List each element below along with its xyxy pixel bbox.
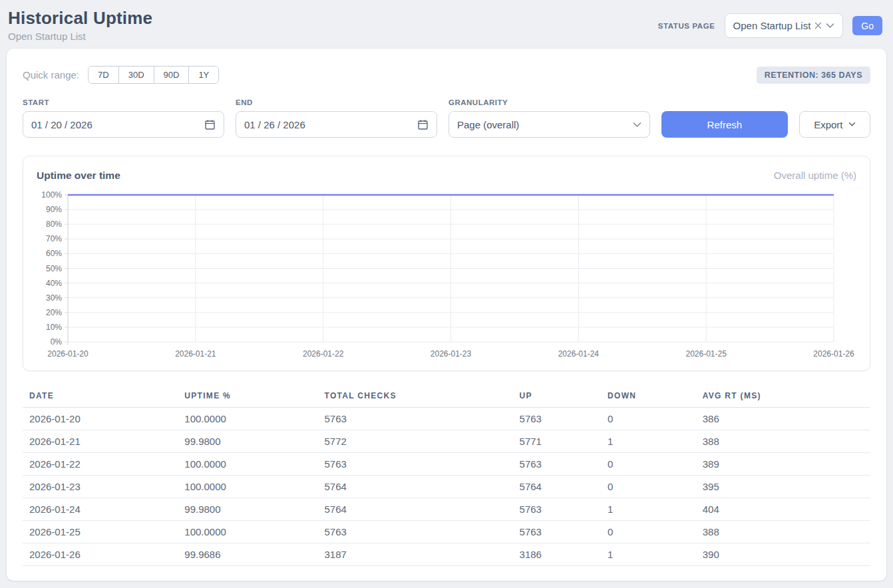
start-date-input[interactable]: 01 / 20 / 2026 [23, 111, 224, 138]
cell-up: 5764 [520, 476, 608, 498]
cell-avg-rt: 388 [703, 430, 870, 453]
granularity-select[interactable]: Page (overall) [448, 111, 650, 138]
chevron-down-icon [633, 122, 641, 128]
start-date-field: START 01 / 20 / 2026 [23, 98, 224, 138]
column-header-up: UP [520, 387, 608, 408]
quick-range-30d[interactable]: 30D [118, 67, 154, 83]
cell-date: 2026-01-23 [23, 476, 184, 498]
granularity-field: GRANULARITY Page (overall) [448, 98, 650, 138]
cell-up: 5763 [520, 408, 608, 430]
cell-down: 0 [608, 408, 703, 430]
svg-text:0%: 0% [51, 337, 63, 347]
status-page-label: STATUS PAGE [658, 22, 715, 30]
svg-text:2026-01-23: 2026-01-23 [431, 349, 472, 359]
chart-title: Uptime over time [37, 170, 120, 182]
go-button[interactable]: Go [852, 16, 882, 35]
cell-total-checks: 5763 [325, 408, 520, 430]
svg-text:50%: 50% [46, 264, 62, 273]
table-row: 2026-01-2699.9686318731861390 [23, 543, 870, 566]
column-header-date: DATE [23, 387, 184, 408]
cell-avg-rt: 389 [703, 453, 870, 476]
chevron-down-icon [848, 122, 856, 127]
quick-range-row: Quick range: 7D 30D 90D 1Y RETENTION: 36… [23, 66, 870, 84]
cell-down: 1 [608, 498, 703, 521]
quick-range-90d[interactable]: 90D [154, 67, 189, 83]
svg-text:10%: 10% [46, 323, 62, 332]
calendar-icon[interactable] [417, 119, 429, 130]
svg-text:70%: 70% [46, 234, 62, 243]
title-block: Historical Uptime Open Startup List [8, 8, 152, 42]
uptime-chart: 0%10%20%30%40%50%60%70%80%90%100%2026-01… [37, 187, 858, 361]
cell-uptime-pct: 100.0000 [184, 476, 324, 498]
table-header: DATE UPTIME % TOTAL CHECKS UP DOWN AVG R… [23, 387, 870, 408]
cell-total-checks: 5764 [325, 476, 520, 498]
cell-uptime-pct: 99.9800 [184, 430, 324, 453]
quick-range-7d[interactable]: 7D [89, 67, 118, 83]
top-header: Historical Uptime Open Startup List STAT… [7, 8, 886, 42]
cell-avg-rt: 386 [703, 408, 870, 430]
cell-down: 1 [608, 430, 703, 453]
cell-date: 2026-01-20 [23, 408, 184, 430]
table-row: 2026-01-2499.9800576457631404 [23, 498, 870, 521]
cell-date: 2026-01-25 [23, 521, 184, 543]
refresh-button[interactable]: Refresh [661, 111, 788, 138]
cell-down: 0 [608, 476, 703, 498]
export-button[interactable]: Export [799, 111, 870, 138]
status-page-select[interactable]: Open Startup List [725, 13, 844, 38]
quick-range-1y[interactable]: 1Y [188, 67, 218, 83]
chevron-down-icon [826, 23, 834, 29]
start-label: START [23, 98, 224, 106]
column-header-total-checks: TOTAL CHECKS [325, 387, 520, 408]
table-row: 2026-01-23100.0000576457640395 [23, 476, 870, 498]
cell-total-checks: 5764 [325, 498, 520, 521]
svg-text:40%: 40% [46, 279, 62, 288]
cell-date: 2026-01-24 [23, 498, 184, 521]
calendar-icon[interactable] [204, 119, 216, 130]
svg-text:2026-01-22: 2026-01-22 [303, 349, 344, 359]
table-row: 2026-01-20100.0000576357630386 [23, 408, 870, 430]
cell-uptime-pct: 99.9800 [184, 498, 324, 521]
uptime-table-body: 2026-01-20100.00005763576303862026-01-21… [23, 408, 870, 566]
cell-up: 5763 [520, 521, 608, 543]
cell-avg-rt: 388 [703, 521, 870, 543]
cell-avg-rt: 390 [703, 543, 870, 566]
cell-date: 2026-01-21 [23, 430, 184, 453]
cell-total-checks: 5763 [325, 521, 520, 543]
granularity-value: Page (overall) [457, 119, 633, 130]
cell-up: 5763 [520, 453, 608, 476]
svg-text:60%: 60% [46, 249, 62, 258]
table-row: 2026-01-2199.9800577257711388 [23, 430, 870, 453]
cell-date: 2026-01-26 [23, 543, 184, 566]
cell-up: 3186 [520, 543, 608, 566]
uptime-chart-card: Uptime over time Overall uptime (%) 0%10… [23, 156, 870, 371]
cell-uptime-pct: 99.9686 [184, 543, 324, 566]
cell-avg-rt: 395 [703, 476, 870, 498]
chart-header: Uptime over time Overall uptime (%) [37, 170, 856, 182]
quick-range-label: Quick range: [23, 69, 79, 80]
status-page-value: Open Startup List [733, 20, 811, 31]
quick-range-group: 7D 30D 90D 1Y [88, 66, 219, 84]
end-date-input[interactable]: 01 / 26 / 2026 [236, 111, 437, 138]
cell-total-checks: 3187 [325, 543, 520, 566]
cell-avg-rt: 404 [703, 498, 870, 521]
clear-icon[interactable] [814, 22, 822, 29]
retention-badge: RETENTION: 365 DAYS [757, 67, 870, 84]
header-right: STATUS PAGE Open Startup List Go [658, 13, 882, 38]
svg-text:20%: 20% [46, 308, 62, 317]
cell-up: 5771 [520, 430, 608, 453]
controls-row: START 01 / 20 / 2026 END 01 / 26 / 2026 … [23, 98, 870, 138]
granularity-label: GRANULARITY [448, 98, 650, 106]
cell-down: 0 [608, 453, 703, 476]
uptime-table: DATE UPTIME % TOTAL CHECKS UP DOWN AVG R… [23, 387, 870, 566]
end-label: END [236, 98, 437, 106]
end-date-value: 01 / 26 / 2026 [244, 119, 417, 130]
svg-text:2026-01-26: 2026-01-26 [813, 349, 854, 359]
cell-total-checks: 5772 [325, 430, 520, 453]
cell-uptime-pct: 100.0000 [184, 408, 324, 430]
svg-text:2026-01-20: 2026-01-20 [47, 349, 89, 359]
svg-text:90%: 90% [46, 205, 62, 214]
chart-legend: Overall uptime (%) [774, 170, 856, 181]
svg-text:100%: 100% [41, 190, 62, 200]
svg-text:2026-01-25: 2026-01-25 [685, 349, 727, 359]
cell-total-checks: 5763 [325, 453, 520, 476]
